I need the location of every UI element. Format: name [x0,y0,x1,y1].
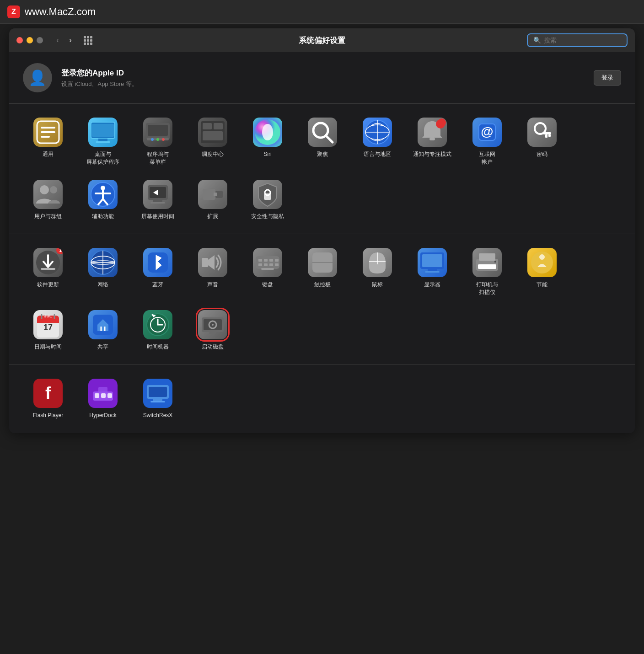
pref-mission[interactable]: 调度中心 [188,113,238,171]
pref-switchresx[interactable]: SwitchResX [133,374,183,424]
section3: f Flash Player HyperDock SwitchRe [9,365,635,433]
pref-notifications[interactable]: 通知与专注模式 [407,113,457,171]
internet-label: 互联网帐户 [479,150,495,166]
security-icon [253,180,282,209]
pref-network[interactable]: 网络 [78,243,128,301]
pref-general[interactable]: 通用 [23,113,73,171]
pref-accessibility[interactable]: 辅助功能 [78,175,128,225]
pref-bluetooth[interactable]: 蓝牙 [133,243,183,301]
svg-rect-77 [422,254,442,267]
search-input[interactable] [544,37,621,44]
pref-security[interactable]: 安全性与隐私 [242,175,293,225]
software-icon: 1 [33,248,63,277]
pref-screentime[interactable]: 屏幕使用时间 [133,175,183,225]
desktop-label: 桌面与屏幕保护程序 [86,150,119,166]
svg-rect-33 [548,134,551,137]
window-titlebar: ‹ › 系统偏好设置 🔍 [9,28,635,52]
macz-titlebar: Z www.MacZ.com [0,0,644,24]
svg-rect-6 [98,139,107,141]
hyperdock-label: HyperDock [89,412,116,419]
pref-timemachine[interactable]: 时间机器 [133,306,183,355]
pref-displays[interactable]: 显示器 [407,243,457,301]
pref-hyperdock[interactable]: HyperDock [78,374,128,424]
forward-button[interactable]: › [65,35,76,46]
window-content: 👤 登录您的Apple ID 设置 iCloud、App Store 等。 登录… [9,52,635,433]
timemachine-icon [143,310,172,339]
desktop-icon [88,118,118,147]
minimize-button[interactable] [27,37,33,43]
sound-icon [198,248,227,277]
pref-passwords[interactable]: 密码 [517,113,567,171]
svg-text:f: f [45,384,51,402]
pref-internet[interactable]: @ 互联网帐户 [462,113,512,171]
svg-rect-1 [41,127,55,129]
displays-label: 显示器 [424,281,440,289]
close-button[interactable] [16,37,23,43]
pref-extensions[interactable]: 扩展 [188,175,238,225]
siri-label: Siri [263,150,271,158]
accessibility-icon [88,180,118,209]
svg-rect-16 [203,123,212,129]
pref-printers[interactable]: 打印机与扫描仪 [462,243,512,301]
pref-language[interactable]: 语言与地区 [352,113,402,171]
switchresx-icon [143,379,172,408]
back-button[interactable]: ‹ [52,35,63,46]
pref-sound[interactable]: 声音 [188,243,238,301]
maximize-button[interactable] [37,37,43,43]
pref-spotlight[interactable]: 聚焦 [297,113,348,171]
svg-rect-112 [150,401,165,402]
security-label: 安全性与隐私 [251,213,284,220]
network-icon [88,248,118,277]
svg-rect-27 [429,138,435,140]
internet-icon: @ [472,118,502,147]
printers-label: 打印机与扫描仪 [476,281,498,296]
screentime-icon [143,180,172,209]
svg-rect-3 [41,136,50,138]
svg-point-35 [40,185,49,194]
pref-flash[interactable]: f Flash Player [23,374,73,424]
avatar: 👤 [23,63,52,92]
siri-icon [253,118,282,147]
svg-rect-82 [478,264,496,269]
users-label: 用户与群组 [34,213,62,220]
pref-keyboard[interactable]: 键盘 [242,243,293,301]
pref-mouse[interactable]: 鼠标 [352,243,402,301]
search-box[interactable]: 🔍 [527,33,628,47]
search-icon: 🔍 [533,37,541,44]
svg-rect-66 [258,263,262,266]
pref-dock[interactable]: 程序坞与菜单栏 [133,113,183,171]
system-preferences-window: ‹ › 系统偏好设置 🔍 👤 登录您的Apple ID 设置 iCloud、Ap… [9,28,635,433]
pref-battery[interactable]: 节能 [517,243,567,301]
svg-text:17: 17 [43,323,53,332]
grid-view-button[interactable] [81,34,94,47]
pref-sharing[interactable]: 共享 [78,306,128,355]
general-icon [33,118,63,147]
notifications-label: 通知与专注模式 [413,150,451,158]
pref-software[interactable]: 1 软件更新 [23,243,73,301]
login-button[interactable]: 登录 [594,70,621,86]
svg-rect-111 [153,399,162,401]
svg-rect-106 [101,393,106,398]
svg-rect-69 [275,263,279,266]
svg-rect-17 [214,123,223,129]
svg-rect-105 [95,393,99,398]
svg-point-36 [50,186,57,193]
pref-datetime[interactable]: JUL17 日期与时间 [23,306,73,355]
user-icon: 👤 [28,69,47,86]
macz-url: www.MacZ.com [25,6,96,18]
spotlight-icon [308,118,337,147]
apple-id-section[interactable]: 👤 登录您的Apple ID 设置 iCloud、App Store 等。 登录 [9,52,635,104]
language-icon [363,118,392,147]
keyboard-label: 键盘 [262,281,273,289]
pref-desktop[interactable]: 桌面与屏幕保护程序 [78,113,128,171]
pref-startup[interactable]: 启动磁盘 [188,306,238,355]
window-title: 系统偏好设置 [299,35,345,46]
pref-siri[interactable]: Siri [242,113,293,171]
svg-point-85 [539,254,545,260]
sharing-icon [88,310,118,339]
svg-rect-107 [107,393,112,398]
pref-trackpad[interactable]: 触控板 [297,243,348,301]
apple-id-text: 登录您的Apple ID 设置 iCloud、App Store 等。 [61,68,594,88]
pref-users[interactable]: 用户与群组 [23,175,73,225]
passwords-icon [527,118,557,147]
